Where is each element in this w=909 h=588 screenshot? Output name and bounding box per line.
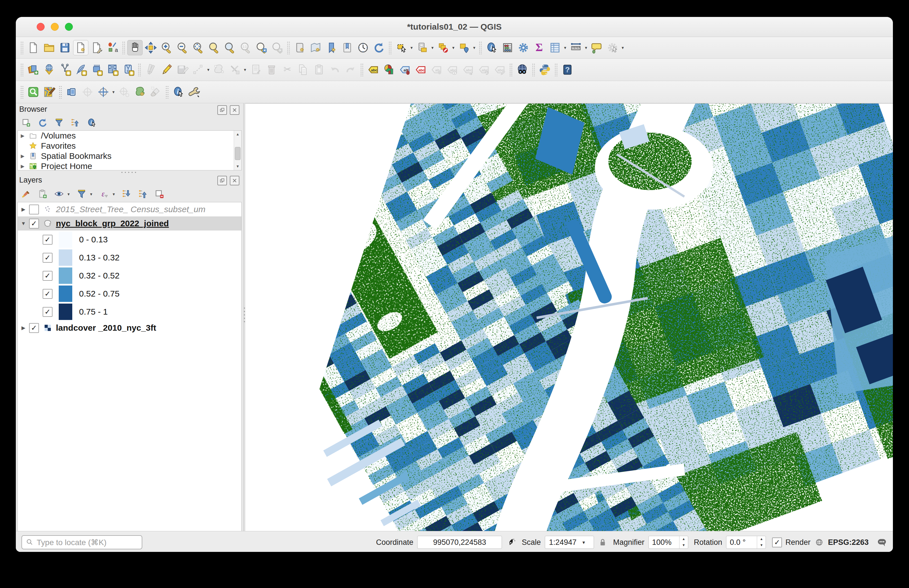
new-project-button[interactable] xyxy=(26,40,41,55)
map-tips-button[interactable] xyxy=(589,40,604,55)
collapse-all-layers-button[interactable] xyxy=(137,188,149,200)
toolbar-grip[interactable] xyxy=(532,63,535,76)
refresh-map-button[interactable] xyxy=(371,40,387,55)
plugin-information-button[interactable]: i xyxy=(171,84,186,100)
layer-row-2015-street-tree-census-subset-um[interactable]: ▶2015_Street_Tree_ Census_subset_um xyxy=(18,202,241,216)
dropdown-arrow-icon[interactable]: ▼ xyxy=(243,68,247,72)
redo-button[interactable] xyxy=(343,62,358,77)
expander-icon[interactable]: ▶ xyxy=(18,206,29,212)
toolbar-grip[interactable] xyxy=(509,63,513,76)
expander-icon[interactable]: ▼ xyxy=(18,221,29,226)
legend-class-row[interactable]: ✓0.13 - 0.32 xyxy=(18,249,241,267)
highlight-pinned-labels-button[interactable]: abc xyxy=(413,62,428,77)
move-label-button[interactable]: ab xyxy=(429,62,444,77)
new-map-view-button[interactable] xyxy=(292,40,307,55)
select-features-button[interactable] xyxy=(394,40,409,55)
new-3d-map-view-button[interactable] xyxy=(308,40,323,55)
open-attribute-table-button[interactable] xyxy=(547,40,563,55)
dropdown-arrow-icon[interactable]: ▼ xyxy=(563,46,568,50)
gps-information-button[interactable] xyxy=(64,84,79,100)
open-project-button[interactable] xyxy=(42,40,57,55)
pin-unpin-labels-button[interactable]: ab xyxy=(397,62,412,77)
spin-down-icon[interactable]: ▼ xyxy=(679,542,688,549)
new-print-layout-button[interactable] xyxy=(73,40,88,55)
rotation-spinner[interactable]: 0.0 ° ▲▼ xyxy=(726,536,766,549)
refresh-browser-button[interactable] xyxy=(37,117,49,129)
collapse-all-browser-button[interactable] xyxy=(70,117,81,129)
scroll-down-icon[interactable]: ▼ xyxy=(234,163,241,170)
browser-scrollbar[interactable]: ▲ ▼ xyxy=(234,131,241,170)
coordinate-input[interactable]: 995070,224583 xyxy=(417,536,502,549)
toolbar-grip[interactable] xyxy=(388,41,392,54)
quickosm-button[interactable] xyxy=(26,84,41,100)
magnifier-spinner[interactable]: 100% ▲▼ xyxy=(649,536,688,549)
show-spatial-bookmarks-button[interactable] xyxy=(340,40,355,55)
dropdown-arrow-icon[interactable]: ▼ xyxy=(451,46,456,50)
crs-value[interactable]: EPSG:2263 xyxy=(828,538,869,547)
dropdown-arrow-icon[interactable]: ▼ xyxy=(111,90,116,94)
center-map-on-point-button[interactable] xyxy=(96,84,111,100)
rotate-label-button[interactable]: abc xyxy=(476,62,492,77)
dropdown-arrow-icon[interactable]: ▼ xyxy=(409,46,414,50)
save-project-button[interactable] xyxy=(57,40,73,55)
dropdown-arrow-icon[interactable]: ▼ xyxy=(472,46,477,50)
legend-class-checkbox[interactable]: ✓ xyxy=(43,271,52,281)
current-edits-button[interactable] xyxy=(143,62,159,77)
messages-bubble-icon[interactable] xyxy=(877,537,887,548)
render-checkbox[interactable]: ✓ xyxy=(772,538,782,548)
help-contents-button[interactable]: ? xyxy=(560,62,575,77)
new-spatial-bookmark-button[interactable] xyxy=(324,40,339,55)
locate-input[interactable]: Type to locate (⌘K) xyxy=(21,535,142,549)
dropdown-arrow-icon[interactable]: ▼ xyxy=(584,46,589,50)
filter-browser-button[interactable] xyxy=(53,117,65,129)
copy-features-button[interactable] xyxy=(296,62,311,77)
legend-class-row[interactable]: ✓0.52 - 0.75 xyxy=(18,285,241,303)
zoom-to-selection-button[interactable] xyxy=(206,40,222,55)
gps-center-button[interactable] xyxy=(80,84,95,100)
field-calculator-button[interactable] xyxy=(500,40,515,55)
zoom-full-extent-button[interactable] xyxy=(191,40,206,55)
toolbar-grip[interactable] xyxy=(122,41,125,54)
layers-float-button[interactable] xyxy=(217,176,227,185)
deselect-features-button[interactable] xyxy=(435,40,451,55)
lock-icon[interactable] xyxy=(598,538,608,547)
open-data-source-manager-button[interactable] xyxy=(26,62,41,77)
close-window-button[interactable] xyxy=(37,23,45,31)
style-manager-button[interactable]: a xyxy=(105,40,120,55)
plugin-settings-button[interactable] xyxy=(187,84,202,100)
show-layout-manager-button[interactable] xyxy=(89,40,104,55)
processing-toolbox-button[interactable] xyxy=(516,40,531,55)
measure-line-button[interactable] xyxy=(568,40,584,55)
spin-up-icon[interactable]: ▲ xyxy=(679,536,688,542)
browser-float-button[interactable] xyxy=(217,105,227,115)
layer-row-landcover-2010-nyc-3ft[interactable]: ▶✓landcover _2010_nyc_3ft xyxy=(18,321,241,335)
pan-map-button[interactable] xyxy=(127,40,142,55)
map-canvas[interactable] xyxy=(245,103,893,531)
scrollbar-thumb[interactable] xyxy=(235,147,241,160)
digitizing-tools-button[interactable] xyxy=(133,84,148,100)
toolbar-grip[interactable] xyxy=(479,41,482,54)
new-shapefile-layer-button[interactable] xyxy=(57,62,73,77)
browser-item--volumes[interactable]: ▶/Volumes xyxy=(18,131,241,141)
select-features-by-value-button[interactable] xyxy=(415,40,430,55)
digitize-with-segment-button[interactable] xyxy=(191,62,206,77)
cut-features-button[interactable]: ✂ xyxy=(280,62,295,77)
new-virtual-layer-button[interactable] xyxy=(105,62,120,77)
layer-labeling-options-button[interactable]: abc xyxy=(366,62,381,77)
identify-features-button[interactable]: i xyxy=(484,40,500,55)
zoom-in-button[interactable] xyxy=(159,40,174,55)
dropdown-arrow-icon[interactable]: ▼ xyxy=(66,192,71,196)
scroll-up-icon[interactable]: ▲ xyxy=(234,131,241,138)
open-layer-styling-panel-button[interactable] xyxy=(20,188,32,200)
manage-map-themes-button[interactable] xyxy=(53,188,65,200)
layer-visibility-checkbox[interactable]: ✓ xyxy=(29,219,39,229)
browser-item-project-home[interactable]: ▶Project Home xyxy=(18,161,241,170)
toolbar-grip[interactable] xyxy=(59,86,62,99)
dropdown-arrow-icon[interactable]: ▼ xyxy=(620,46,625,50)
zoom-native-resolution-button[interactable]: 1:1 xyxy=(238,40,253,55)
expand-all-layers-button[interactable] xyxy=(121,188,133,200)
layer-visibility-checkbox[interactable] xyxy=(29,205,39,215)
legend-class-checkbox[interactable]: ✓ xyxy=(43,253,52,263)
browser-item-favorites[interactable]: Favorites xyxy=(18,141,241,151)
add-gps-point-button[interactable] xyxy=(116,84,132,100)
